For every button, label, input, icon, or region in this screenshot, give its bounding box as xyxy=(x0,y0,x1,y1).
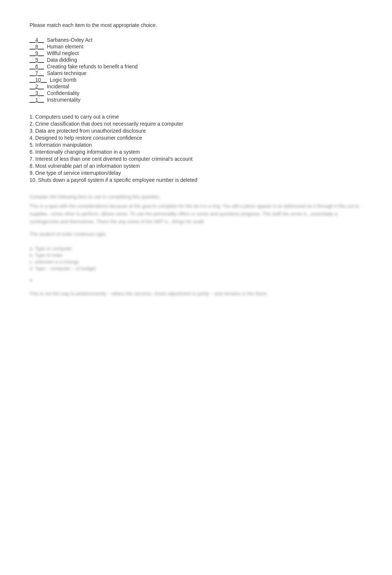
matching-item: __8__Human element xyxy=(30,44,362,50)
matching-item: __7__Salami technique xyxy=(30,70,362,76)
numbered-item: 1. Computers used to carry out a crime xyxy=(30,114,362,120)
match-blank: __2__ xyxy=(30,84,44,89)
match-blank: __3__ xyxy=(30,90,44,96)
matching-item: __5__Data diddling xyxy=(30,57,362,63)
blurred-answer: a xyxy=(30,277,362,283)
numbered-item: 5. Information manipulation xyxy=(30,142,362,148)
match-blank: __8__ xyxy=(30,44,44,50)
numbered-item: 10. Shuts down a payroll system if a spe… xyxy=(30,177,362,183)
match-label: Human element xyxy=(47,44,83,50)
numbered-item: 2. Crime classification that does not ne… xyxy=(30,121,362,127)
match-label: Logic bomb xyxy=(50,77,76,83)
matching-item: __1__Instrumentality xyxy=(30,97,362,103)
match-blank: __9__ xyxy=(30,50,44,56)
matching-item: __3__Confidentiality xyxy=(30,90,362,96)
blurred-subheader: The student of order continues right. xyxy=(30,231,362,237)
match-blank: __10__ xyxy=(30,77,47,83)
numbered-item: 7. Interest of less than one cent divert… xyxy=(30,156,362,162)
blurred-option: d. Type – computer – of budget xyxy=(30,266,362,271)
blurred-options: a. Type or computerb. Type of orderc. un… xyxy=(30,246,362,271)
numbered-item: 9. One type of service interruption/dela… xyxy=(30,170,362,176)
matching-item: __4__Sarbanes-Oxley Act xyxy=(30,37,362,43)
blurred-option: b. Type of order xyxy=(30,252,362,258)
match-blank: __5__ xyxy=(30,57,44,63)
match-label: Sarbanes-Oxley Act xyxy=(47,37,93,43)
match-label: Incidental xyxy=(47,84,69,89)
match-blank: __4__ xyxy=(30,37,44,43)
matching-item: __10__Logic bomb xyxy=(30,77,362,83)
match-blank: __7__ xyxy=(30,70,44,76)
match-blank: __1__ xyxy=(30,97,44,103)
match-label: Data diddling xyxy=(47,57,77,63)
numbered-item: 8. Most vulnerable part of an informatio… xyxy=(30,163,362,169)
matching-item: __6__Creating fake refunds to benefit a … xyxy=(30,64,362,69)
blurred-header: Consider the following item to use in co… xyxy=(30,194,362,200)
numbered-item: 6. Intentionally changing information in… xyxy=(30,149,362,155)
match-blank: __6__ xyxy=(30,64,44,69)
match-label: Creating fake refunds to benefit a frien… xyxy=(47,64,138,69)
match-label: Confidentiality xyxy=(47,90,79,96)
blurred-option: c. unknown a a change xyxy=(30,259,362,265)
blurred-section: Consider the following item to use in co… xyxy=(30,194,362,297)
blurred-paragraph: This is a type with the considerations b… xyxy=(30,203,362,225)
match-label: Salami technique xyxy=(47,70,86,76)
matching-list: __4__Sarbanes-Oxley Act__8__Human elemen… xyxy=(30,37,362,103)
match-label: Willful neglect xyxy=(47,50,79,56)
matching-item: __9__Willful neglect xyxy=(30,50,362,56)
instruction-text: Please match each item to the most appro… xyxy=(30,22,362,28)
numbered-item: 3. Data are protected from unauthorized … xyxy=(30,128,362,134)
numbered-item: 4. Designed to help restore consumer con… xyxy=(30,135,362,141)
match-label: Instrumentality xyxy=(47,97,80,103)
blurred-option: a. Type or computer xyxy=(30,246,362,251)
matching-item: __2__Incidental xyxy=(30,84,362,89)
blurred-footer: This is not the way to predominantly – o… xyxy=(30,290,362,297)
numbered-list: 1. Computers used to carry out a crime2.… xyxy=(30,114,362,183)
